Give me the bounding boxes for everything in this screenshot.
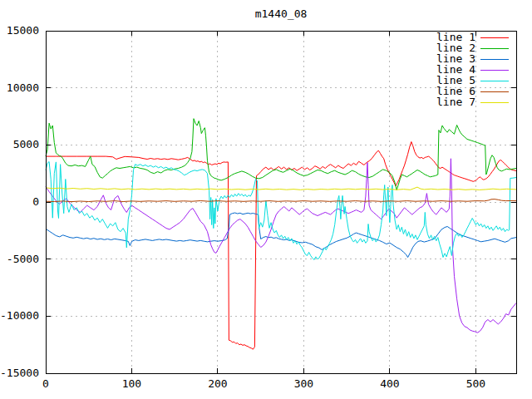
series-line-4 (46, 159, 516, 332)
series-layer (46, 119, 516, 350)
series-line-2 (46, 119, 516, 190)
series-line-1 (46, 142, 516, 350)
x-tick-label: 0 (42, 377, 49, 390)
y-tick-label: -10000 (0, 309, 39, 322)
legend-label: line 7 (436, 96, 475, 108)
y-tick-label: 5000 (13, 138, 39, 150)
y-tick-label: 0 (32, 195, 39, 208)
legend-item: line 7 (436, 96, 509, 108)
gnuplot-chart-window: m1440_08 0100200300400500150001000050000… (0, 0, 532, 399)
series-line-5 (46, 162, 516, 260)
series-line-7 (46, 187, 516, 190)
x-tick-label: 200 (208, 377, 227, 390)
x-tick-label: 500 (466, 377, 485, 390)
x-tick-label: 400 (380, 377, 399, 390)
y-tick-label: 10000 (7, 81, 39, 94)
legend: line 1line 2line 3line 4line 5line 6line… (436, 31, 509, 108)
y-tick-label: -5000 (7, 253, 39, 265)
y-tick-label: 15000 (7, 24, 39, 37)
chart-title: m1440_08 (255, 7, 308, 20)
chart-canvas: m1440_08 0100200300400500150001000050000… (0, 0, 532, 399)
y-tick-label: -15000 (0, 367, 39, 379)
x-tick-label: 300 (294, 377, 313, 390)
series-line-6 (46, 200, 516, 202)
x-tick-label: 100 (122, 377, 141, 390)
